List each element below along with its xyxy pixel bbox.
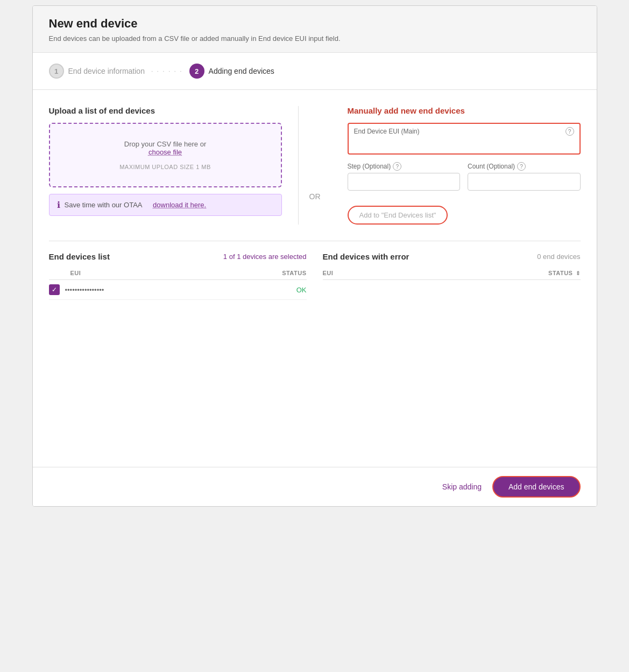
list-table-header: EUI STATUS: [49, 267, 307, 280]
step-1-label: End device information: [68, 67, 145, 75]
step-2-circle: 2: [189, 64, 204, 79]
eui-field-container: End Device EUI (Main) ?: [348, 123, 581, 155]
error-header: End devices with error 0 end devices: [323, 252, 581, 261]
stepper: 1 End device information · · · · · · 2 A…: [33, 53, 597, 90]
table-row: ✓ •••••••••••••••• OK: [49, 280, 307, 300]
error-devices-section: End devices with error 0 end devices EUI…: [323, 252, 581, 300]
step-1: 1 End device information: [49, 64, 145, 79]
error-count: 0 end devices: [537, 253, 580, 261]
otaa-text: Save time with our OTAA: [65, 201, 143, 209]
error-th-status: STATUS ⇕: [543, 270, 581, 276]
skip-adding-button[interactable]: Skip adding: [442, 482, 482, 491]
count-field-group: Count (Optional) ?: [468, 162, 581, 191]
upload-section: Upload a list of end devices Drop your C…: [49, 106, 299, 225]
page-header: New end device End devices can be upload…: [33, 6, 597, 53]
main-content: Upload a list of end devices Drop your C…: [33, 90, 597, 467]
or-divider: OR: [299, 106, 331, 225]
list-title: End devices list: [49, 252, 110, 261]
eui-label-row: End Device EUI (Main) ?: [354, 127, 574, 136]
error-table-header: EUI STATUS ⇕: [323, 267, 581, 280]
otaa-banner: ℹ Save time with our OTAA download it he…: [49, 194, 282, 216]
step-help-icon[interactable]: ?: [393, 162, 401, 171]
dropzone-size-label: MAXIMUM UPLOAD SIZE 1 MB: [61, 164, 270, 170]
error-th-eui: EUI: [323, 270, 538, 276]
two-column-layout: Upload a list of end devices Drop your C…: [49, 106, 581, 225]
otaa-download-link[interactable]: download it here.: [153, 201, 206, 209]
eui-field-label: End Device EUI (Main): [354, 128, 420, 135]
csv-dropzone[interactable]: Drop your CSV file here or choose file M…: [49, 123, 282, 187]
page-title: New end device: [49, 17, 581, 31]
row-checkbox[interactable]: ✓: [49, 284, 60, 295]
step-field-group: Step (Optional) ?: [348, 162, 461, 191]
add-end-devices-button[interactable]: Add end devices: [492, 476, 581, 498]
manual-section: Manually add new end devices End Device …: [331, 106, 581, 225]
step-1-circle: 1: [49, 64, 64, 79]
page-description: End devices can be uploaded from a CSV f…: [49, 34, 581, 44]
manual-section-title: Manually add new end devices: [348, 106, 581, 115]
count-input[interactable]: [468, 173, 581, 191]
count-label-row: Count (Optional) ?: [468, 162, 581, 171]
count-field-label: Count (Optional): [468, 163, 515, 170]
error-title: End devices with error: [323, 252, 409, 261]
step-input[interactable]: [348, 173, 461, 191]
step-divider: · · · · · ·: [151, 67, 183, 75]
row-eui: ••••••••••••••••: [65, 286, 264, 294]
choose-file-link[interactable]: choose file: [149, 148, 182, 156]
list-header: End devices list 1 of 1 devices are sele…: [49, 252, 307, 261]
eui-main-input[interactable]: [354, 138, 574, 148]
end-devices-list: End devices list 1 of 1 devices are sele…: [49, 252, 307, 300]
upload-section-title: Upload a list of end devices: [49, 106, 282, 115]
th-status: STATUS: [269, 270, 307, 276]
step-2: 2 Adding end devices: [189, 64, 274, 79]
sort-icon[interactable]: ⇕: [576, 270, 581, 276]
info-icon: ℹ: [57, 200, 60, 210]
add-to-list-button[interactable]: Add to "End Devices list": [348, 206, 448, 225]
step-count-fields: Step (Optional) ? Count (Optional) ?: [348, 162, 581, 198]
bottom-section: End devices list 1 of 1 devices are sele…: [49, 241, 581, 300]
step-2-label: Adding end devices: [209, 67, 274, 75]
step-field-label: Step (Optional): [348, 163, 391, 170]
list-count: 1 of 1 devices are selected: [223, 253, 307, 261]
page-footer: Skip adding Add end devices: [33, 467, 597, 506]
main-window: New end device End devices can be upload…: [32, 5, 597, 507]
row-status: OK: [269, 286, 307, 294]
count-help-icon[interactable]: ?: [517, 162, 526, 171]
th-eui: EUI: [70, 270, 264, 276]
step-label-row: Step (Optional) ?: [348, 162, 461, 171]
dropzone-text: Drop your CSV file here or choose file: [61, 140, 270, 156]
eui-help-icon[interactable]: ?: [566, 127, 574, 136]
